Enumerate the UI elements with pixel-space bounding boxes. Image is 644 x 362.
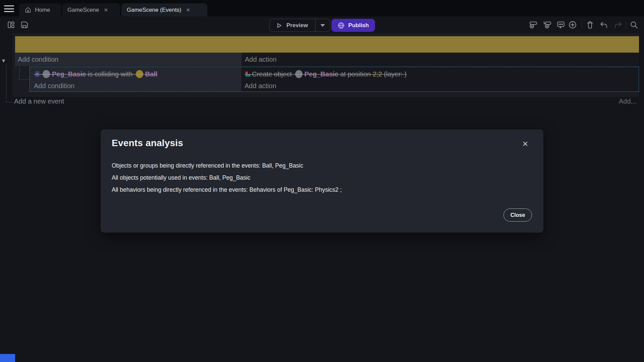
redo-icon[interactable] (614, 20, 623, 29)
undo-icon[interactable] (599, 20, 608, 29)
add-event-icon[interactable] (529, 20, 538, 29)
chevron-down-icon (320, 24, 325, 27)
home-icon (24, 6, 32, 13)
dialog-body: Objects or groups being directly referen… (112, 160, 342, 196)
close-tab-icon[interactable]: ✕ (103, 6, 110, 14)
add-condition-link[interactable]: Add condition (34, 82, 74, 90)
project-manager-icon[interactable] (7, 20, 15, 29)
publish-label: Publish (348, 22, 369, 29)
main-menu-button[interactable] (4, 5, 14, 12)
object-name: Peg_Basic (305, 70, 338, 78)
tab-bar: Home GameScene ✕ GameScene (Events) ✕ (0, 0, 644, 16)
condition-text: is colliding with (86, 70, 135, 78)
search-icon[interactable] (630, 20, 638, 29)
condition-peg-colliding-ball[interactable]: Peg_Basic is colliding with Ball (34, 68, 157, 80)
object-name: Ball (145, 70, 158, 78)
parent-add-condition-cell[interactable]: Add condition (15, 53, 241, 66)
action-text: (layer: ) (382, 70, 407, 78)
events-sheet: Add condition Add action Peg_Basic is co… (12, 33, 639, 97)
preview-label: Preview (286, 22, 308, 29)
selected-event-highlight[interactable] (15, 36, 639, 53)
tab-label: GameScene (Events) (127, 7, 181, 13)
event-tree-line (6, 64, 6, 102)
publish-button[interactable]: Publish (331, 19, 375, 32)
event-tree-line (19, 66, 19, 80)
tab-gamescene-events[interactable]: GameScene (Events) ✕ (121, 3, 207, 16)
events-toolbar: Preview Publish (0, 16, 644, 33)
add-action-link[interactable]: Add action (245, 56, 277, 63)
divider (626, 21, 626, 29)
events-analysis-dialog: Events analysis ✕ Objects or groups bein… (101, 129, 543, 233)
add-action-link[interactable]: Add action (245, 82, 276, 90)
dialog-close-icon[interactable]: ✕ (519, 137, 532, 151)
add-more-link[interactable]: Add... (619, 98, 636, 105)
add-new-event-link[interactable]: Add a new event (14, 98, 64, 105)
selected-sub-event-row[interactable]: Peg_Basic is colliding with Ball Add con… (30, 67, 639, 92)
save-icon[interactable] (20, 20, 29, 29)
object-name: Peg_Basic (52, 70, 86, 78)
tab-gamescene[interactable]: GameScene ✕ (62, 3, 120, 16)
dialog-close-button[interactable]: Close (503, 208, 532, 222)
globe-icon (337, 22, 345, 29)
tab-label: Home (35, 7, 50, 13)
preview-button-main[interactable]: Preview (270, 19, 315, 32)
sub-event-conditions-cell[interactable]: Peg_Basic is colliding with Ball Add con… (30, 67, 241, 92)
choose-and-add-event-icon[interactable] (568, 20, 577, 29)
event-tree-line (19, 79, 30, 80)
add-comment-icon[interactable] (556, 20, 565, 29)
preview-options-dropdown[interactable] (316, 19, 330, 32)
tab-label: GameScene (67, 7, 99, 13)
parent-add-action-cell[interactable]: Add action (242, 53, 639, 66)
dialog-title: Events analysis (112, 138, 183, 148)
event-tree-line (6, 102, 13, 103)
object-icon-peg-basic (295, 70, 303, 78)
close-tab-icon[interactable]: ✕ (185, 6, 192, 14)
gdevelop-editor-window: Home GameScene ✕ GameScene (Events) ✕ Pr… (0, 0, 644, 362)
physics-behavior-icon (34, 71, 41, 77)
preview-button[interactable]: Preview (269, 19, 330, 32)
action-create-object[interactable]: Create object Peg_Basic at position 2;2 … (245, 68, 407, 80)
object-icon-peg-basic (43, 70, 50, 78)
collapse-event-caret-icon[interactable]: ▾ (2, 57, 5, 64)
position-value: 2;2 (373, 70, 382, 78)
analysis-line-objects-used: All objects potentially used in events: … (112, 172, 342, 184)
create-object-icon (245, 71, 251, 77)
object-icon-ball (136, 70, 143, 78)
analysis-line-behaviors-referenced: All behaviors being directly referenced … (112, 184, 342, 196)
action-text: at position (338, 70, 373, 78)
sub-event-actions-cell[interactable]: Create object Peg_Basic at position 2;2 … (241, 67, 639, 92)
action-text: Create object (252, 70, 294, 78)
divider (582, 21, 582, 29)
tab-home[interactable]: Home (19, 3, 61, 16)
add-condition-link[interactable]: Add condition (18, 56, 58, 63)
bottom-left-blue-badge (0, 354, 15, 362)
parent-event-row: Add condition Add action (15, 53, 639, 66)
delete-icon[interactable] (586, 20, 594, 29)
play-icon (276, 22, 282, 29)
add-subevent-icon[interactable] (543, 20, 552, 29)
analysis-line-objects-referenced: Objects or groups being directly referen… (112, 160, 342, 172)
